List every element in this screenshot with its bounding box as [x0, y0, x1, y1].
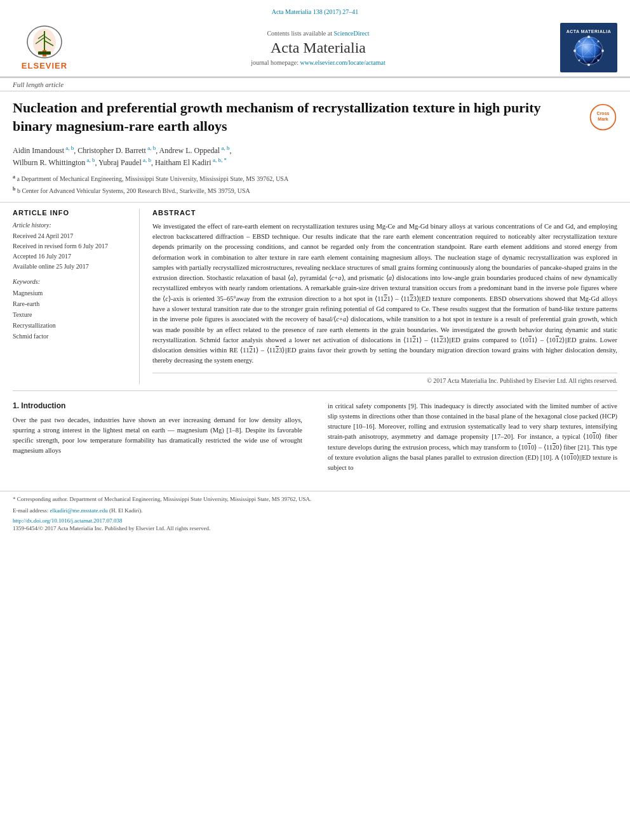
article-history: Article history: Received 24 April 2017 … — [13, 222, 130, 272]
abstract-column: ABSTRACT We investigated the effect of r… — [152, 209, 617, 384]
svg-rect-7 — [38, 51, 51, 55]
keywords-title: Keywords: — [13, 278, 130, 285]
introduction-left-text: Over the past two decades, industries ha… — [13, 415, 302, 457]
introduction-heading: 1. Introduction — [13, 401, 302, 410]
article-type-bar: Full length article — [0, 77, 630, 91]
history-available: Available online 25 July 2017 — [13, 262, 130, 272]
svg-text:Cross: Cross — [597, 111, 610, 116]
article-title-section: Nucleation and preferential growth mecha… — [0, 91, 630, 140]
corresponding-author-note: * Corresponding author. Department of Me… — [13, 495, 617, 504]
keyword-magnesium: Magnesium — [13, 288, 130, 298]
author-barrett: Christopher D. Barrett — [77, 146, 146, 155]
copyright-line: © 2017 Acta Materialia Inc. Published by… — [152, 373, 617, 384]
article-info-abstract-section: ARTICLE INFO Article history: Received 2… — [0, 202, 630, 390]
history-received: Received 24 April 2017 — [13, 231, 130, 241]
keywords-section: Keywords: Magnesium Rare-earth Texture R… — [13, 278, 130, 342]
article-title: Nucleation and preferential growth mecha… — [13, 99, 589, 135]
article-info-column: ARTICLE INFO Article history: Received 2… — [13, 209, 140, 384]
page: Acta Materialia 138 (2017) 27–41 — [0, 0, 630, 840]
introduction-left-col: 1. Introduction Over the past two decade… — [13, 401, 309, 479]
sciencedirect-link[interactable]: ScienceDirect — [333, 30, 369, 37]
journal-header: Acta Materialia 138 (2017) 27–41 — [0, 0, 630, 77]
authors-section: Aidin Imandoust a, b, Christopher D. Bar… — [0, 140, 630, 171]
history-accepted: Accepted 16 July 2017 — [13, 251, 130, 262]
elsevier-tree-icon — [25, 25, 64, 60]
history-title: Article history: — [13, 222, 130, 229]
journal-center-info: Contents lists available at ScienceDirec… — [76, 30, 560, 66]
acta-logo-text: ACTA MATERIALIA — [566, 29, 612, 34]
abstract-text: We investigated the effect of rare-earth… — [152, 222, 617, 366]
journal-top-bar: Acta Materialia 138 (2017) 27–41 — [13, 5, 617, 17]
keyword-rare-earth: Rare-earth — [13, 298, 130, 309]
history-received-revised: Received in revised form 6 July 2017 — [13, 241, 130, 251]
author-oppedal: Andrew L. Oppedal — [159, 146, 220, 155]
article-info-label: ARTICLE INFO — [13, 209, 130, 217]
issn-line: 1359-6454/© 2017 Acta Materialia Inc. Pu… — [13, 525, 617, 531]
author-elkadiri: Haitham El Kadiri — [155, 158, 211, 167]
affiliation-b: b b Center for Advanced Vehicular System… — [13, 185, 617, 196]
introduction-right-text: in critical safety components [9]. This … — [328, 401, 617, 474]
svg-text:Mark: Mark — [598, 117, 608, 121]
journal-title-header: Acta Materialia — [76, 39, 560, 57]
author-paudel: Yubraj Paudel — [98, 158, 142, 167]
author-imandoust: Aidin Imandoust — [13, 146, 64, 155]
journal-citation: Acta Materialia 138 (2017) 27–41 — [272, 8, 359, 15]
acta-logo-sphere-icon — [573, 35, 605, 67]
keyword-schmid: Schmid factor — [13, 331, 130, 342]
crossmark-badge[interactable]: Cross Mark — [589, 103, 617, 131]
affiliations-section: a a Department of Mechanical Engineering… — [0, 171, 630, 202]
elsevier-logo: ELSEVIER — [13, 25, 76, 70]
crossmark-icon: Cross Mark — [589, 103, 617, 131]
acta-logo: ACTA MATERIALIA — [560, 23, 617, 72]
abstract-label: ABSTRACT — [152, 209, 617, 217]
contents-line: Contents lists available at ScienceDirec… — [76, 30, 560, 37]
keyword-recrystallization: Recrystallization — [13, 320, 130, 331]
keyword-texture: Texture — [13, 309, 130, 320]
homepage-url[interactable]: www.elsevier.com/locate/actamat — [300, 59, 385, 66]
email-note: E-mail address: elkadiri@me.msstate.edu … — [13, 507, 617, 516]
author-whittington: Wilburn R. Whittington — [13, 158, 85, 167]
homepage-line: journal homepage: www.elsevier.com/locat… — [76, 59, 560, 66]
elsevier-brand-text: ELSEVIER — [22, 61, 67, 70]
footer-section: * Corresponding author. Department of Me… — [0, 491, 630, 535]
author-email[interactable]: elkadiri@me.msstate.edu — [50, 507, 107, 514]
journal-header-content: ELSEVIER Contents lists available at Sci… — [13, 20, 617, 76]
introduction-right-col: in critical safety components [9]. This … — [321, 401, 617, 479]
affiliation-a: a a Department of Mechanical Engineering… — [13, 173, 617, 183]
introduction-section: 1. Introduction Over the past two decade… — [0, 391, 630, 485]
doi-link[interactable]: http://dx.doi.org/10.1016/j.actamat.2017… — [13, 517, 617, 524]
authors-line: Aidin Imandoust a, b, Christopher D. Bar… — [13, 144, 617, 168]
